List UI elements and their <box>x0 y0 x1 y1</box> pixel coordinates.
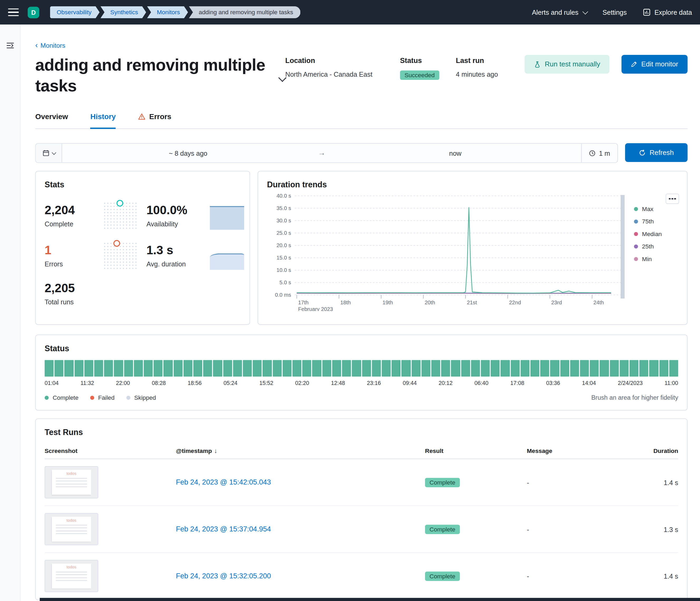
status-segment[interactable] <box>342 360 351 377</box>
status-segment[interactable] <box>84 360 93 377</box>
expand-sidebar-icon[interactable] <box>6 42 14 49</box>
status-segment[interactable] <box>203 360 212 377</box>
status-segment[interactable] <box>590 360 599 377</box>
status-segment[interactable] <box>620 360 629 377</box>
status-segment[interactable] <box>223 360 232 377</box>
status-segment[interactable] <box>104 360 113 377</box>
status-segment[interactable] <box>114 360 123 377</box>
duration-trends-chart[interactable]: 40.0 s35.0 s30.0 s25.0 s20.0 s15.0 s10.0… <box>267 191 630 311</box>
status-segment[interactable] <box>510 360 519 377</box>
test-run-timestamp-link[interactable]: Feb 24, 2023 @ 15:37:04.954 <box>176 525 271 533</box>
tab-overview[interactable]: Overview <box>35 112 68 129</box>
status-segment[interactable] <box>193 360 202 377</box>
status-segment[interactable] <box>600 360 609 377</box>
status-segment[interactable] <box>421 360 430 377</box>
bottom-scrollbar[interactable] <box>40 598 700 601</box>
explore-data-link[interactable]: Explore data <box>643 8 692 16</box>
alerts-and-rules-menu[interactable]: Alerts and rules <box>532 8 586 16</box>
status-segment[interactable] <box>560 360 569 377</box>
breadcrumb-item[interactable]: Synthetics <box>100 6 146 19</box>
status-segment[interactable] <box>154 360 163 377</box>
status-segment[interactable] <box>649 360 658 377</box>
legend-item[interactable]: Min <box>634 256 662 262</box>
status-segment[interactable] <box>302 360 311 377</box>
status-segment[interactable] <box>292 360 301 377</box>
status-segment[interactable] <box>352 360 361 377</box>
status-segment[interactable] <box>55 360 64 377</box>
legend-item[interactable]: Max <box>634 206 662 212</box>
status-segment[interactable] <box>481 360 490 377</box>
status-segment[interactable] <box>94 360 103 377</box>
status-segment[interactable] <box>124 360 133 377</box>
legend-item[interactable]: 75th <box>634 218 662 225</box>
status-segment[interactable] <box>273 360 281 377</box>
tab-errors[interactable]: Errors <box>138 112 171 129</box>
status-segment[interactable] <box>640 360 648 377</box>
status-segment[interactable] <box>362 360 371 377</box>
status-segment[interactable] <box>550 360 559 377</box>
status-segment[interactable] <box>263 360 272 377</box>
status-segment[interactable] <box>253 360 262 377</box>
status-segment[interactable] <box>451 360 460 377</box>
status-segment[interactable] <box>392 360 400 377</box>
breadcrumb-item[interactable]: Observability <box>50 6 100 19</box>
status-segment[interactable] <box>580 360 589 377</box>
refresh-interval-button[interactable]: 1 m <box>581 144 618 162</box>
test-run-timestamp-link[interactable]: Feb 24, 2023 @ 15:42:05.043 <box>176 478 271 487</box>
status-segment[interactable] <box>372 360 381 377</box>
status-segment[interactable] <box>65 360 74 377</box>
status-segment[interactable] <box>461 360 470 377</box>
back-to-monitors-link[interactable]: ‹ Monitors <box>35 42 66 49</box>
status-segment[interactable] <box>659 360 668 377</box>
run-test-manually-button[interactable]: Run test manually <box>525 55 609 74</box>
status-segment[interactable] <box>322 360 331 377</box>
status-segment[interactable] <box>441 360 450 377</box>
status-segment[interactable] <box>570 360 579 377</box>
status-segment[interactable] <box>134 360 143 377</box>
status-segment[interactable] <box>213 360 222 377</box>
legend-item[interactable]: Median <box>634 231 662 237</box>
status-segment[interactable] <box>283 360 292 377</box>
status-segment[interactable] <box>431 360 440 377</box>
status-bars[interactable] <box>45 360 678 377</box>
status-segment[interactable] <box>501 360 510 377</box>
chart-options-icon[interactable] <box>666 194 679 204</box>
status-segment[interactable] <box>312 360 321 377</box>
screenshot-thumbnail[interactable]: todos <box>45 513 98 545</box>
status-segment[interactable] <box>233 360 242 377</box>
legend-item[interactable]: 25th <box>634 243 662 250</box>
refresh-button[interactable]: Refresh <box>625 143 688 162</box>
status-segment[interactable] <box>471 360 480 377</box>
end-date-field[interactable]: now <box>329 144 581 162</box>
status-segment[interactable] <box>669 360 678 377</box>
status-segment[interactable] <box>630 360 639 377</box>
status-segment[interactable] <box>609 360 619 377</box>
status-segment[interactable] <box>45 360 53 377</box>
breadcrumb-item[interactable]: Monitors <box>147 6 188 19</box>
start-date-field[interactable]: ~ 8 days ago <box>62 144 314 162</box>
status-segment[interactable] <box>164 360 173 377</box>
status-segment[interactable] <box>411 360 420 377</box>
status-segment[interactable] <box>382 360 391 377</box>
status-segment[interactable] <box>402 360 410 377</box>
tab-history[interactable]: History <box>91 112 116 129</box>
space-avatar[interactable]: D <box>28 7 39 18</box>
status-segment[interactable] <box>530 360 540 377</box>
status-segment[interactable] <box>74 360 83 377</box>
edit-monitor-button[interactable]: Edit monitor <box>622 55 688 74</box>
status-segment[interactable] <box>174 360 182 377</box>
column-timestamp[interactable]: @timestamp ↓ <box>176 447 425 454</box>
menu-icon[interactable] <box>8 8 19 16</box>
status-segment[interactable] <box>332 360 341 377</box>
status-segment[interactable] <box>540 360 549 377</box>
screenshot-thumbnail[interactable]: todos <box>45 560 98 592</box>
test-run-timestamp-link[interactable]: Feb 24, 2023 @ 15:32:05.200 <box>176 572 271 580</box>
calendar-menu-button[interactable] <box>35 144 62 162</box>
screenshot-thumbnail[interactable]: todos <box>45 466 98 498</box>
status-segment[interactable] <box>491 360 500 377</box>
status-segment[interactable] <box>144 360 153 377</box>
status-segment[interactable] <box>243 360 252 377</box>
status-segment[interactable] <box>183 360 193 377</box>
status-segment[interactable] <box>521 360 529 377</box>
settings-link[interactable]: Settings <box>602 8 627 16</box>
